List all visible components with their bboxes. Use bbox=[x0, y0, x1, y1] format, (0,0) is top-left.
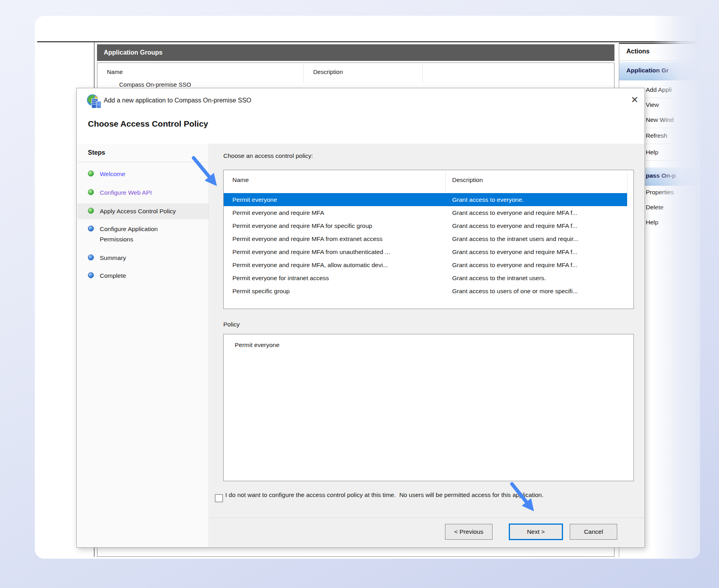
divider bbox=[643, 144, 700, 144]
policy-rows: Permit everyone Grant access to everyone… bbox=[224, 193, 633, 298]
policy-description: Grant access to everyone and require MFA… bbox=[452, 206, 577, 219]
policy-row[interactable]: Permit everyone for intranet access Gran… bbox=[224, 271, 633, 285]
step-pending-icon bbox=[88, 254, 94, 260]
policy-name: Permit everyone and require MFA from una… bbox=[232, 245, 390, 258]
policy-description: Grant access to the intranet users. bbox=[452, 271, 546, 285]
window-top-border bbox=[37, 41, 698, 42]
steps-title: Steps bbox=[88, 149, 105, 156]
divider bbox=[78, 162, 209, 162]
step-completed-icon bbox=[88, 171, 94, 176]
wizard-dialog: Add a new application to Compass On-prem… bbox=[76, 88, 645, 548]
policy-row[interactable]: Permit everyone and require MFA Grant ac… bbox=[224, 206, 633, 219]
step-apply-access-control-policy[interactable]: Apply Access Control Policy bbox=[78, 203, 209, 219]
action-properties[interactable]: Properties bbox=[646, 185, 674, 200]
next-button[interactable]: Next > bbox=[509, 524, 563, 540]
policy-row-permit-everyone[interactable]: Permit everyone Grant access to everyone… bbox=[224, 193, 627, 206]
policy-name: Permit everyone and require MFA for spec… bbox=[232, 219, 372, 232]
step-label[interactable]: Configure Web API bbox=[100, 188, 195, 198]
step-label: Configure Application Permissions bbox=[100, 224, 183, 245]
step-pending-icon bbox=[88, 272, 94, 278]
policy-preview-text: Permit everyone bbox=[235, 341, 280, 349]
dialog-title: Add a new application to Compass On-prem… bbox=[104, 97, 251, 104]
policy-row[interactable]: Permit specific group Grant access to us… bbox=[224, 285, 633, 298]
actions-group-label: Application Gr bbox=[626, 67, 669, 74]
step-summary: Summary bbox=[78, 253, 209, 263]
column-header-name[interactable]: Name bbox=[232, 176, 249, 184]
access-control-policy-list[interactable]: Name Description Permit everyone Grant a… bbox=[223, 170, 634, 309]
cancel-button[interactable]: Cancel bbox=[570, 524, 617, 540]
policy-description: Grant access to everyone and require MFA… bbox=[452, 258, 577, 271]
divider bbox=[209, 518, 645, 518]
app-group-row-partial[interactable]: Compass On-premise SSO bbox=[119, 81, 191, 88]
steps-sidebar: Steps Welcome Configure Web API Apply Ac… bbox=[78, 144, 209, 547]
step-configure-web-api[interactable]: Configure Web API bbox=[78, 188, 209, 198]
actions-group-label-partial: pass On-p bbox=[646, 172, 676, 179]
wizard-content: Choose an access control policy: Name De… bbox=[209, 144, 645, 547]
column-separator bbox=[627, 172, 628, 192]
action-delete[interactable]: Delete bbox=[646, 200, 664, 215]
step-welcome[interactable]: Welcome bbox=[78, 169, 209, 179]
screenshot-card: Application Groups Name Description Comp… bbox=[35, 16, 700, 559]
policy-preview-box: Permit everyone bbox=[223, 334, 634, 481]
page-title: Choose Access Control Policy bbox=[88, 119, 208, 129]
column-header-description[interactable]: Description bbox=[313, 68, 343, 75]
policy-name: Permit specific group bbox=[232, 285, 290, 298]
policy-description: Grant access to users of one or more spe… bbox=[452, 285, 578, 298]
policy-name: Permit everyone and require MFA bbox=[232, 206, 324, 219]
policy-description: Grant access to everyone and require MFA… bbox=[452, 245, 577, 258]
actions-pane-title: Actions bbox=[626, 48, 650, 55]
column-header-name[interactable]: Name bbox=[107, 68, 123, 75]
policy-row[interactable]: Permit everyone and require MFA for spec… bbox=[224, 219, 633, 232]
close-icon[interactable]: ✕ bbox=[628, 93, 641, 106]
application-groups-header: Application Groups bbox=[97, 44, 614, 61]
application-group-icon bbox=[86, 94, 101, 109]
action-refresh[interactable]: Refresh bbox=[646, 128, 667, 143]
policy-row[interactable]: Permit everyone and require MFA from una… bbox=[224, 245, 633, 258]
previous-button[interactable]: < Previous bbox=[445, 524, 493, 540]
column-separator bbox=[445, 172, 446, 192]
column-header-description[interactable]: Description bbox=[452, 176, 483, 184]
policy-name: Permit everyone bbox=[232, 193, 277, 206]
skip-policy-checkbox[interactable] bbox=[215, 494, 223, 502]
actions-group-application-groups[interactable]: Application Gr bbox=[619, 62, 700, 80]
step-label[interactable]: Welcome bbox=[100, 169, 195, 179]
policy-name: Permit everyone and require MFA from ext… bbox=[232, 232, 382, 245]
policy-description: Grant access to the intranet users and r… bbox=[452, 232, 578, 245]
policy-name: Permit everyone and require MFA, allow a… bbox=[232, 258, 388, 271]
step-complete: Complete bbox=[78, 271, 209, 281]
step-pending-icon bbox=[88, 226, 94, 231]
column-separator bbox=[422, 64, 423, 83]
step-label: Complete bbox=[100, 271, 195, 281]
action-help-2[interactable]: Help bbox=[646, 215, 658, 230]
policy-name: Permit everyone for intranet access bbox=[232, 271, 329, 285]
policy-description: Grant access to everyone. bbox=[452, 193, 524, 206]
step-label: Summary bbox=[100, 253, 195, 263]
policy-row[interactable]: Permit everyone and require MFA from ext… bbox=[224, 232, 633, 245]
divider bbox=[619, 61, 700, 61]
step-configure-application-permissions: Configure Application Permissions bbox=[78, 224, 209, 245]
step-completed-icon bbox=[88, 208, 94, 214]
action-add-application[interactable]: Add Appli bbox=[646, 82, 672, 97]
step-label: Apply Access Control Policy bbox=[100, 206, 195, 216]
list-label: Choose an access control policy: bbox=[223, 152, 313, 159]
action-help[interactable]: Help bbox=[646, 145, 658, 160]
policy-row[interactable]: Permit everyone and require MFA, allow a… bbox=[224, 258, 633, 271]
policy-label: Policy bbox=[223, 321, 240, 328]
policy-description: Grant access to everyone and require MFA… bbox=[452, 219, 577, 232]
column-separator bbox=[303, 64, 304, 83]
skip-policy-checkbox-label[interactable]: I do not want to configure the access co… bbox=[225, 489, 622, 500]
divider bbox=[643, 160, 700, 161]
action-new-window[interactable]: New Wind bbox=[646, 112, 674, 127]
step-completed-icon bbox=[88, 189, 94, 195]
action-view[interactable]: View bbox=[646, 97, 659, 112]
